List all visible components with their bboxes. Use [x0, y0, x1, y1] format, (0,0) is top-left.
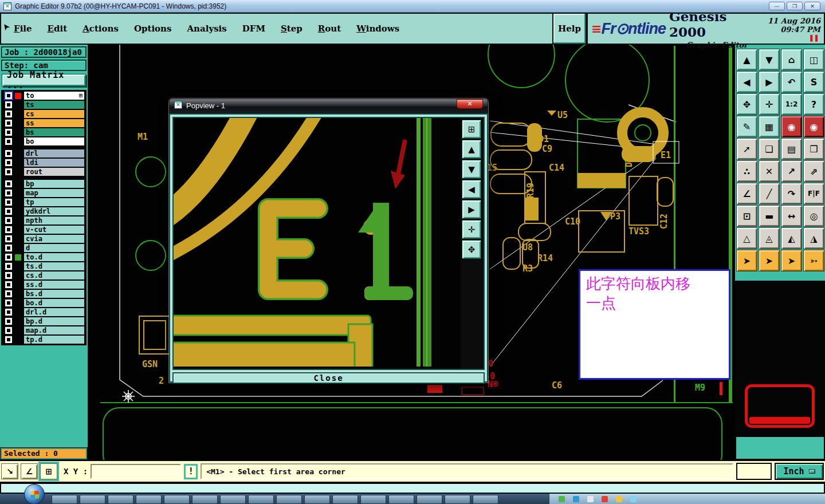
zoom-in-button[interactable]: ✛	[759, 93, 780, 115]
layer-checkbox-cs.d[interactable]	[5, 272, 12, 279]
layer-checkbox-bp[interactable]	[5, 180, 12, 187]
layer-checkbox-bs.d[interactable]	[5, 290, 12, 297]
tray-icon-3[interactable]	[587, 496, 594, 502]
tray-icon-2[interactable]	[573, 496, 579, 502]
layer-checkbox-rout[interactable]	[5, 168, 12, 175]
layer-checkbox-drl[interactable]	[5, 150, 12, 157]
layer-name-ts[interactable]: ts	[24, 101, 84, 109]
layer-checkbox-ldi[interactable]	[5, 159, 12, 166]
menu-options[interactable]: Options	[134, 23, 172, 34]
taskbar-button-3[interactable]	[108, 495, 133, 504]
layer-row-v-cut[interactable]: v-cut	[2, 225, 85, 234]
layer-row-bs.d[interactable]: bs.d	[2, 289, 85, 298]
layer-name-tp.d[interactable]: tp.d	[24, 336, 84, 344]
pv-pan-right-button[interactable]: ▶	[462, 200, 481, 219]
layer-checkbox-bo.d[interactable]	[5, 300, 12, 306]
layer-name-cs[interactable]: cs	[24, 110, 84, 118]
layer-row-to[interactable]: to⊞	[2, 91, 85, 100]
pv-pan-left-button[interactable]: ◀	[462, 180, 481, 199]
erase-feature-button[interactable]: ✕	[759, 160, 780, 182]
layer-row-ss.d[interactable]: ss.d	[2, 280, 85, 289]
tray-icon-5[interactable]	[616, 496, 622, 502]
net-endpoints-button[interactable]: ∴	[736, 160, 757, 182]
home-view-button[interactable]: ⌂	[781, 49, 802, 70]
layer-row-tp[interactable]: tp	[2, 198, 85, 207]
slope-measure-button[interactable]: ╱	[759, 183, 780, 204]
measure-ruler-button[interactable]: ▤	[781, 138, 802, 160]
pan-down-button[interactable]: ▼	[759, 49, 780, 70]
menu-dfm[interactable]: DFM	[242, 23, 265, 34]
layer-name-map.d[interactable]: map.d	[24, 326, 84, 334]
layer-name-to.d[interactable]: to.d	[24, 253, 84, 261]
copy-feature-button[interactable]: ↗	[781, 160, 802, 182]
layer-row-ts[interactable]: ts	[2, 100, 85, 109]
layer-row-d[interactable]: d	[2, 243, 85, 253]
layer-checkbox-to[interactable]	[5, 92, 12, 99]
layer-checkbox-ss.d[interactable]	[5, 281, 12, 288]
layer-name-bs.d[interactable]: bs.d	[24, 290, 84, 298]
tray-icon-1[interactable]	[559, 496, 565, 502]
xy-input[interactable]	[91, 464, 181, 479]
angle-measure-button[interactable]: ∠	[736, 183, 757, 204]
minimize-button[interactable]: —	[769, 2, 785, 10]
taskbar-button-9[interactable]	[276, 495, 302, 504]
units-dropdown[interactable]: Inch	[775, 463, 824, 480]
stretch-line-button[interactable]: ▬	[759, 205, 780, 227]
layer-name-ts.d[interactable]: ts.d	[24, 262, 84, 270]
grid-button[interactable]: ▦	[759, 116, 780, 137]
popview-canvas[interactable]	[174, 118, 461, 369]
window-xy-button[interactable]: ◫	[803, 49, 824, 70]
select-cursor-button[interactable]: ➤	[736, 250, 757, 271]
layer-checkbox-bs[interactable]	[5, 129, 12, 136]
layer-name-tp[interactable]: tp	[24, 198, 84, 206]
menu-file[interactable]: File	[14, 23, 32, 34]
layer-checkbox-ydkdrl[interactable]	[5, 208, 12, 215]
layer-row-bp[interactable]: bp	[2, 179, 85, 188]
select-polygon-button[interactable]: ➤	[781, 250, 802, 271]
taskbar-button-14[interactable]	[417, 495, 442, 504]
layer-name-map[interactable]: map	[24, 189, 84, 197]
popview-close-icon[interactable]: ✕	[457, 99, 483, 109]
layer-name-bp[interactable]: bp	[24, 180, 84, 188]
layer-name-ydkdrl[interactable]: ydkdrl	[24, 207, 84, 215]
alert-button[interactable]: !	[184, 464, 198, 479]
layer-name-cvia[interactable]: cvia	[24, 235, 84, 243]
resize-mode-button[interactable]: ↘	[1, 463, 18, 479]
layer-name-bs[interactable]: bs	[24, 128, 84, 136]
command-line-strip[interactable]	[0, 483, 825, 494]
taskbar-button-11[interactable]	[332, 495, 358, 504]
layer-checkbox-to.d[interactable]	[5, 254, 12, 261]
layer-row-npth[interactable]: npth	[2, 216, 85, 225]
copy-other-layer-button[interactable]: ⇗	[803, 160, 824, 182]
taskbar-button-5[interactable]	[164, 495, 190, 504]
layer-row-bo.d[interactable]: bo.d	[2, 298, 85, 308]
menu-edit[interactable]: Edit	[48, 23, 68, 34]
gap-check-2-button[interactable]: ◬	[759, 227, 780, 249]
job-matrix-button[interactable]: Job Matrix ...	[2, 74, 86, 86]
layer-checkbox-cs[interactable]	[5, 111, 12, 117]
taskbar-button-8[interactable]	[248, 495, 274, 504]
select-window-button[interactable]: ➤	[759, 250, 780, 271]
pv-new-view-button[interactable]: ⊞	[462, 120, 481, 139]
layer-checkbox-map[interactable]	[5, 190, 12, 196]
layer-row-drl.d[interactable]: drl.d	[2, 308, 85, 317]
layer-name-d[interactable]: d	[24, 244, 84, 252]
menu-rout[interactable]: Rout	[318, 23, 341, 34]
tray-icon-6[interactable]	[630, 496, 637, 502]
layer-name-bo.d[interactable]: bo.d	[24, 299, 84, 307]
layer-name-ss.d[interactable]: ss.d	[24, 281, 84, 289]
taskbar-button-1[interactable]	[52, 495, 77, 504]
layer-checkbox-map.d[interactable]	[5, 327, 12, 334]
layer-checkbox-d[interactable]	[5, 245, 12, 251]
layer-name-drl[interactable]: drl	[24, 149, 84, 158]
layer-checkbox-bo[interactable]	[5, 138, 12, 145]
layer-row-rout[interactable]: rout	[2, 167, 85, 176]
layer-checkbox-npth[interactable]	[5, 217, 12, 224]
pv-pan-down-button[interactable]: ▼	[462, 160, 481, 179]
taskbar-button-10[interactable]	[304, 495, 330, 504]
layer-checkbox-tp[interactable]	[5, 199, 12, 206]
pan-right-button[interactable]: ▶	[759, 71, 780, 93]
layer-name-cs.d[interactable]: cs.d	[24, 271, 84, 279]
help-button[interactable]: ?	[803, 93, 824, 115]
popview-close-button[interactable]: Close	[172, 372, 485, 384]
